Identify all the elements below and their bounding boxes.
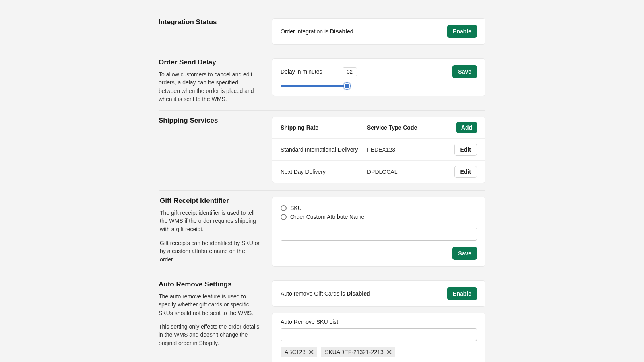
auto-remove-title: Auto Remove Settings — [159, 280, 260, 288]
radio-icon — [281, 214, 287, 220]
save-gift-receipt-button[interactable]: Save — [452, 247, 477, 260]
integration-status-section: Integration Status Order integration is … — [159, 12, 485, 52]
gift-receipt-input[interactable] — [281, 228, 477, 241]
shipping-services-title: Shipping Services — [159, 117, 260, 125]
shipping-row: Next Day Delivery DPDLOCAL Edit — [272, 160, 485, 183]
integration-status-title: Integration Status — [159, 18, 260, 26]
auto-remove-desc2: This setting only effects the order deta… — [159, 323, 260, 347]
radio-icon — [281, 205, 287, 211]
edit-shipping-button[interactable]: Edit — [454, 144, 477, 156]
gift-receipt-radio-sku[interactable]: SKU — [281, 204, 477, 212]
enable-integration-button[interactable]: Enable — [447, 25, 477, 38]
enable-auto-remove-giftcards-button[interactable]: Enable — [447, 287, 477, 300]
shipping-services-table: Shipping Rate Service Type Code Add Stan… — [272, 117, 485, 183]
shipping-row: Standard International Delivery FEDEX123… — [272, 138, 485, 160]
shipping-services-section: Shipping Services Shipping Rate Service … — [159, 111, 485, 191]
edit-shipping-button[interactable]: Edit — [454, 166, 477, 178]
order-delay-desc: To allow customers to cancel and edit or… — [159, 70, 260, 103]
auto-remove-desc: The auto remove feature is used to speci… — [159, 292, 260, 317]
shipping-col-code: Service Type Code — [367, 124, 454, 131]
auto-remove-section: Auto Remove Settings The auto remove fea… — [159, 274, 485, 362]
order-delay-title: Order Send Delay — [159, 58, 260, 66]
auto-remove-giftcards-text: Auto remove Gift Cards is Disabled — [281, 290, 370, 297]
delay-value: 32 — [343, 67, 357, 76]
add-shipping-button[interactable]: Add — [456, 122, 477, 133]
gift-receipt-title: Gift Receipt Identifier — [160, 197, 260, 205]
gift-receipt-radio-custom[interactable]: Order Custom Attribute Name — [281, 212, 477, 221]
delay-slider[interactable] — [281, 84, 443, 89]
sku-tag: ABC123 — [281, 347, 317, 357]
order-delay-section: Order Send Delay To allow customers to c… — [159, 52, 485, 111]
remove-tag-icon[interactable] — [308, 349, 314, 355]
integration-status-text: Order integration is Disabled — [281, 28, 353, 35]
auto-remove-list-label: Auto Remove SKU List — [281, 319, 477, 325]
sku-tag: SKUADEF-21321-2213 — [321, 347, 395, 357]
save-delay-button[interactable]: Save — [452, 65, 477, 78]
shipping-col-rate: Shipping Rate — [281, 124, 367, 131]
auto-remove-sku-input[interactable] — [281, 328, 477, 341]
gift-receipt-desc2: Gift receipts can be identified by SKU o… — [160, 239, 260, 263]
gift-receipt-desc: The gift receipt identifier is used to t… — [160, 209, 260, 233]
gift-receipt-section: Gift Receipt Identifier The gift receipt… — [159, 191, 485, 274]
delay-label: Delay in minutes — [281, 68, 322, 75]
remove-tag-icon[interactable] — [386, 349, 392, 355]
